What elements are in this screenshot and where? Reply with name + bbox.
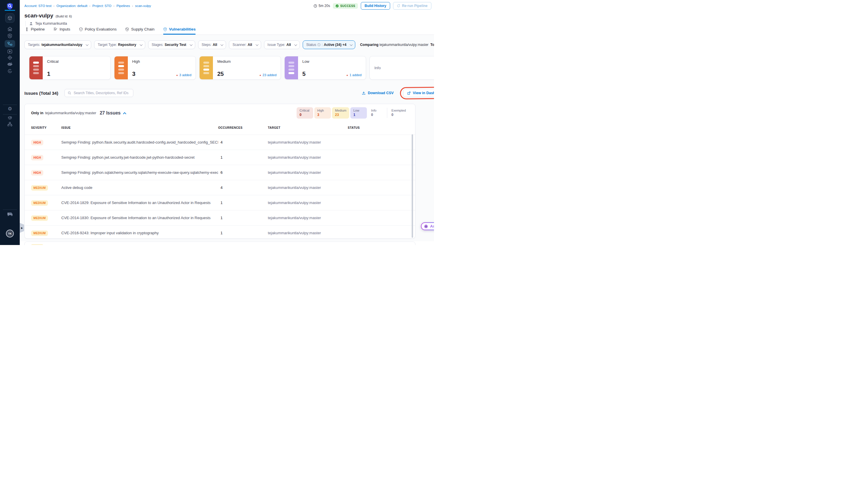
triangle-up-icon: ▲ [346, 74, 348, 76]
issue-row[interactable]: MEDIUM CVE-2016-9243: Improper input val… [25, 225, 415, 239]
status-badge: SUCCESS [333, 3, 358, 9]
ask-ai-button[interactable]: Ask AI [421, 222, 434, 230]
view-in-dashboard-button[interactable]: View in Dashboard [403, 89, 434, 97]
severity-card-medium[interactable]: Medium 25 ▲23 added [199, 56, 281, 80]
next-group-card-partial [24, 242, 415, 245]
collapse-chevron-up-icon[interactable] [123, 112, 126, 115]
chevron-right-icon: › [114, 4, 115, 7]
download-csv-button[interactable]: Download CSV [362, 91, 394, 95]
chevron-right-icon: › [132, 4, 133, 7]
build-duration: 5m 20s [313, 4, 330, 8]
triangle-up-icon: ▲ [259, 74, 261, 76]
main-panel: Account: STO test› Organization: default… [20, 0, 434, 245]
severity-card-critical[interactable]: Critical 1 [29, 56, 111, 80]
added-link[interactable]: ▲1 added [346, 73, 362, 77]
severity-badge-partial [31, 244, 43, 245]
filter-targets[interactable]: Targets:tejakummarikuntla/vulpy [24, 40, 91, 49]
triggered-by-user: Teja Kummarikuntla [25, 21, 434, 26]
issue-row[interactable]: MEDIUM CVE-2014-1830: Exposure of Sensit… [25, 210, 415, 225]
tab-supply-chain[interactable]: Supply Chain [125, 27, 154, 35]
severity-card-info[interactable]: Info 0 [370, 56, 434, 80]
check-circle-icon [336, 4, 339, 7]
filter-steps[interactable]: Steps:All [198, 40, 226, 49]
chevron-down-icon [220, 43, 223, 46]
top-meta: 5m 20s SUCCESS Build History Re-run Pipe… [313, 2, 434, 9]
severity-card-low[interactable]: Low 5 ▲1 added [284, 56, 366, 80]
issues-toolbar: Issues (Total 34) Download CSV View in [24, 88, 434, 98]
breadcrumb-organization[interactable]: Organization: default [56, 4, 87, 7]
search-input[interactable] [73, 91, 130, 95]
sto-shield-logo-icon[interactable] [7, 3, 13, 10]
top-bar: Account: STO test› Organization: default… [20, 0, 434, 11]
chevron-down-icon [140, 43, 143, 46]
filter-status[interactable]: Statusⓘ:Active (34) +4 [303, 40, 355, 49]
search-icon [68, 91, 71, 95]
home-icon[interactable] [7, 26, 13, 32]
issue-row[interactable]: HIGH Semgrep Finding: python.jwt.securit… [25, 150, 415, 165]
issue-row[interactable]: MEDIUM Active debug code 4 tejakummariku… [25, 180, 415, 195]
download-icon [362, 91, 366, 95]
severity-level-icon [199, 56, 213, 79]
info-icon: ⓘ [317, 43, 320, 47]
chevron-down-icon [350, 43, 353, 46]
targets-crosshair-icon[interactable] [7, 55, 13, 60]
scan-shield-search-icon[interactable] [7, 33, 13, 39]
build-history-button[interactable]: Build History [361, 2, 390, 9]
added-link[interactable]: ▲23 added [259, 73, 277, 77]
chip-exempted: Exempted0 [389, 107, 409, 119]
refresh-icon [397, 4, 400, 7]
rerun-pipeline-button[interactable]: Re-run Pipeline [393, 2, 431, 9]
user-avatar[interactable]: TK [6, 229, 14, 238]
added-link[interactable]: ▲3 added [176, 73, 191, 77]
issue-row[interactable]: HIGH Semgrep Finding: python.sqlalchemy.… [25, 165, 415, 180]
breadcrumb-account[interactable]: Account: STO test [24, 4, 52, 7]
issue-row[interactable]: HIGH Semgrep Finding: python.flask.secur… [25, 134, 415, 150]
comparing-label: Comparing tejakummarikuntla/vulpy:master… [360, 43, 434, 47]
app: ⚙ ? TK ▶ Account: STO test› Organization… [0, 0, 434, 245]
vulnerabilities-content: Targets:tejakummarikuntla/vulpy Target T… [20, 35, 434, 241]
filter-issue-type[interactable]: Issue Type:All [264, 40, 300, 49]
issues-total-title: Issues (Total 34) [24, 91, 58, 96]
person-icon [29, 22, 33, 26]
chip-medium: Medium23 [332, 107, 349, 119]
build-id-label: (Build Id: 6) [56, 14, 72, 18]
severity-chip-row: Critical0 High3 Medium23 Low1 Info0 [296, 107, 409, 119]
executions-play-icon[interactable] [7, 49, 13, 54]
pipeline-icon [25, 27, 29, 31]
tab-pipeline[interactable]: Pipeline [25, 27, 45, 35]
severity-summary-cards: Critical 1 High 3 ▲3 added [29, 56, 434, 80]
sidebar-divider [3, 114, 17, 115]
severity-card-high[interactable]: High 3 ▲3 added [114, 56, 196, 80]
group-issue-count: 27 Issues [100, 111, 121, 116]
severity-badge: HIGH [31, 155, 43, 160]
help-chat-icon[interactable]: ? [7, 212, 13, 217]
issue-row[interactable]: MEDIUM CVE-2014-1829: Exposure of Sensit… [25, 195, 415, 210]
module-selector-cube-icon[interactable] [5, 13, 14, 23]
pipelines-nav-icon-active[interactable] [5, 40, 15, 48]
breadcrumb-project[interactable]: Project: STO [92, 4, 112, 7]
filter-target-type[interactable]: Target Type:Repository [94, 40, 145, 49]
title-block: scan-vulpy (Build Id: 6) Teja Kummarikun… [20, 11, 434, 26]
severity-level-icon [285, 56, 298, 79]
gauge-arc-icon[interactable] [7, 69, 12, 74]
project-setup-layers-gear-icon[interactable] [7, 116, 13, 121]
breadcrumb-pipelines[interactable]: Pipelines [117, 4, 130, 7]
shield-lock-icon [163, 27, 167, 31]
breadcrumb-current[interactable]: scan-vulpy [135, 4, 151, 7]
security-tests-eye-off-icon[interactable] [7, 62, 13, 66]
issues-search[interactable] [64, 89, 133, 97]
filter-scanner[interactable]: Scanner:All [229, 40, 261, 49]
ai-robot-icon [424, 224, 429, 229]
table-scrollbar-thumb[interactable] [412, 134, 413, 238]
severity-badge: MEDIUM [31, 185, 48, 191]
chevron-right-icon: › [54, 4, 54, 7]
account-hierarchy-gear-icon[interactable] [7, 122, 13, 127]
tab-vulnerabilities-active[interactable]: Vulnerabilities [163, 27, 196, 35]
settings-gear-icon[interactable]: ⚙ [7, 106, 12, 111]
tab-policy-evaluations[interactable]: Policy Evaluations [79, 27, 117, 35]
tab-inputs[interactable]: Inputs [54, 27, 70, 35]
external-link-icon [407, 91, 411, 95]
breadcrumb: Account: STO test› Organization: default… [24, 4, 151, 7]
filter-stages[interactable]: Stages:Security Test [148, 40, 195, 49]
shield-check-icon [79, 27, 83, 31]
